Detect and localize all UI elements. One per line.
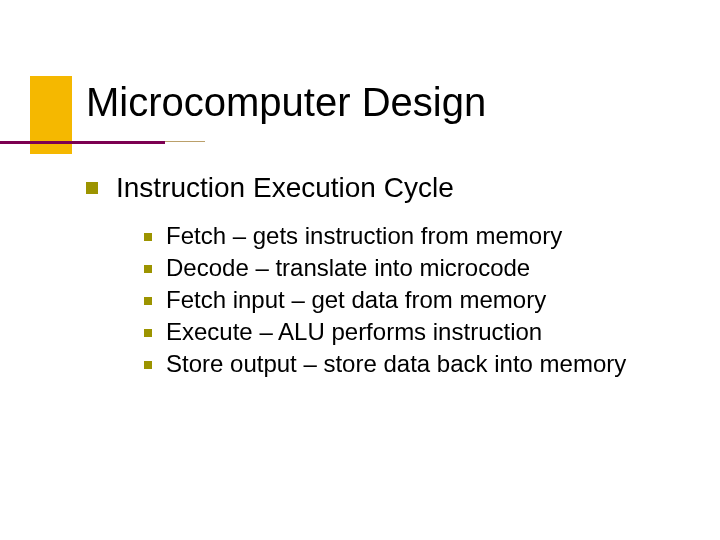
square-bullet-icon — [144, 361, 152, 369]
bullet-level1: Instruction Execution Cycle — [86, 172, 686, 204]
square-bullet-icon — [86, 182, 98, 194]
slide-title: Microcomputer Design — [86, 80, 486, 125]
bullet-level1-text: Instruction Execution Cycle — [116, 172, 454, 204]
title-underline — [0, 141, 165, 144]
square-bullet-icon — [144, 233, 152, 241]
bullet-level2: Fetch input – get data from memory — [144, 286, 686, 314]
bullet-level2-text: Execute – ALU performs instruction — [166, 318, 542, 346]
bullet-level2: Execute – ALU performs instruction — [144, 318, 686, 346]
bullet-level2: Store output – store data back into memo… — [144, 350, 686, 378]
bullet-level2-text: Fetch – gets instruction from memory — [166, 222, 562, 250]
bullet-level2: Fetch – gets instruction from memory — [144, 222, 686, 250]
slide: Microcomputer Design Instruction Executi… — [0, 0, 720, 540]
bullet-level2-list: Fetch – gets instruction from memory Dec… — [144, 222, 686, 378]
square-bullet-icon — [144, 297, 152, 305]
bullet-level2-text: Decode – translate into microcode — [166, 254, 530, 282]
bullet-level2-text: Store output – store data back into memo… — [166, 350, 626, 378]
square-bullet-icon — [144, 265, 152, 273]
square-bullet-icon — [144, 329, 152, 337]
slide-body: Instruction Execution Cycle Fetch – gets… — [86, 172, 686, 382]
bullet-level2: Decode – translate into microcode — [144, 254, 686, 282]
bullet-level2-text: Fetch input – get data from memory — [166, 286, 546, 314]
